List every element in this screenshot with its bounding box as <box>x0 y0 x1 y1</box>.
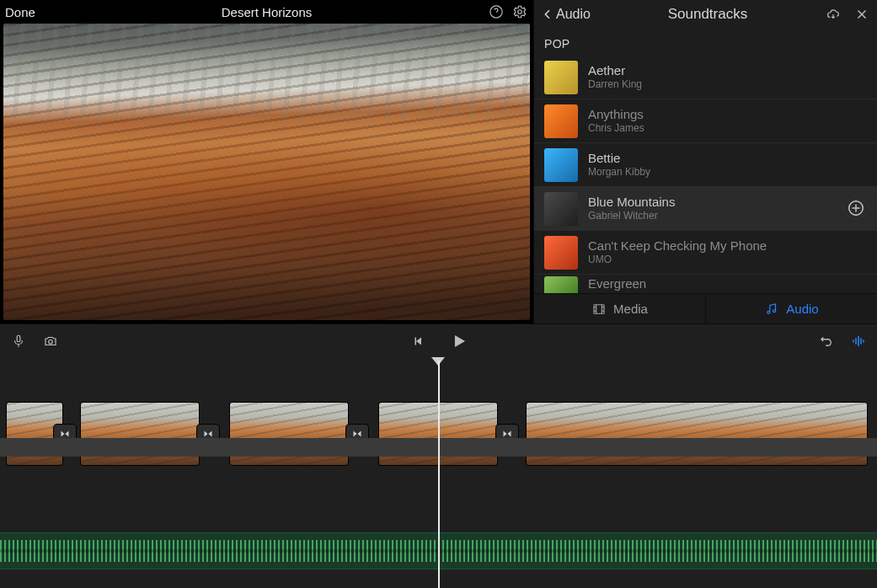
svg-marker-27 <box>66 431 69 437</box>
svg-marker-18 <box>416 337 421 345</box>
back-label: Audio <box>556 7 591 22</box>
back-button[interactable]: Audio <box>541 7 591 22</box>
track-name: Bettie <box>588 151 867 166</box>
track-name: Evergreen <box>588 276 867 291</box>
track-name: Anythings <box>588 107 867 122</box>
tab-media[interactable]: Media <box>534 294 706 323</box>
add-track-button[interactable] <box>847 199 867 219</box>
svg-marker-29 <box>209 431 212 437</box>
audio-browser-pane: Audio Soundtracks POP AetherDarren KingA… <box>533 0 877 323</box>
track-artist: Morgan Kibby <box>588 166 867 178</box>
album-art <box>544 104 578 138</box>
svg-marker-26 <box>61 431 65 437</box>
project-title: Desert Horizons <box>222 5 313 19</box>
section-header: POP <box>534 29 877 56</box>
svg-marker-28 <box>205 431 208 437</box>
camera-icon[interactable] <box>42 333 59 350</box>
album-art <box>544 276 578 293</box>
cloud-download-icon[interactable] <box>825 6 842 23</box>
browser-tabs: Media Audio <box>534 293 877 323</box>
audio-title: Soundtracks <box>591 6 825 23</box>
help-icon[interactable] <box>488 3 505 20</box>
track-row[interactable]: Blue MountainsGabriel Witcher <box>534 187 877 231</box>
svg-point-1 <box>518 10 522 14</box>
album-art <box>544 236 578 270</box>
svg-rect-7 <box>594 304 604 313</box>
undo-icon[interactable] <box>818 333 835 350</box>
svg-marker-33 <box>508 431 511 437</box>
track-artist: Darren King <box>588 78 867 90</box>
play-icon[interactable] <box>447 329 470 352</box>
tab-audio-label: Audio <box>786 302 818 316</box>
track-row[interactable]: AetherDarren King <box>534 56 877 99</box>
track-name: Aether <box>588 63 867 78</box>
done-button[interactable]: Done <box>5 5 35 19</box>
album-art <box>544 61 578 94</box>
track-artist: Chris James <box>588 122 867 134</box>
timeline[interactable] <box>0 357 877 588</box>
svg-rect-16 <box>17 335 20 342</box>
svg-rect-19 <box>414 337 416 345</box>
skip-back-icon[interactable] <box>410 333 427 350</box>
svg-marker-32 <box>504 431 507 437</box>
tab-media-label: Media <box>613 302 648 316</box>
svg-marker-30 <box>354 431 357 437</box>
album-art <box>544 148 578 182</box>
microphone-icon[interactable] <box>10 333 27 350</box>
track-artist: UMO <box>588 254 867 265</box>
track-row[interactable]: BettieMorgan Kibby <box>534 143 877 187</box>
transport-bar <box>0 323 877 357</box>
close-icon[interactable] <box>853 6 870 23</box>
svg-point-17 <box>49 339 53 344</box>
track-name: Blue Mountains <box>588 195 837 210</box>
playhead[interactable] <box>438 361 440 588</box>
svg-marker-31 <box>358 431 361 437</box>
preview-header: Done Desert Horizons <box>0 0 533 24</box>
album-art <box>544 192 578 226</box>
preview-frame[interactable] <box>3 24 530 320</box>
audio-header: Audio Soundtracks <box>534 0 877 29</box>
track-row[interactable]: Can't Keep Checking My PhoneUMO <box>534 231 877 275</box>
svg-marker-20 <box>454 334 464 346</box>
track-list[interactable]: AetherDarren KingAnythingsChris JamesBet… <box>534 56 877 293</box>
svg-point-15 <box>773 309 776 312</box>
gear-icon[interactable] <box>511 3 528 20</box>
track-name: Can't Keep Checking My Phone <box>588 238 867 254</box>
video-preview-pane: Done Desert Horizons <box>0 0 533 323</box>
svg-point-14 <box>767 311 770 313</box>
track-row[interactable]: Evergreen <box>534 275 877 293</box>
audio-waveform-icon[interactable] <box>850 333 867 350</box>
tab-audio[interactable]: Audio <box>706 294 877 323</box>
track-artist: Gabriel Witcher <box>588 210 837 222</box>
track-row[interactable]: AnythingsChris James <box>534 99 877 143</box>
